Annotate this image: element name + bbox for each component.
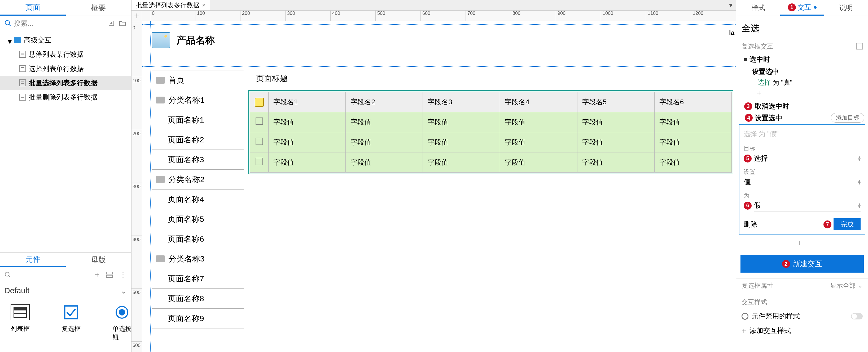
- table-cell[interactable]: 字段值: [577, 132, 654, 152]
- tree-page-item-selected[interactable]: 批量选择列表多行数据: [0, 76, 131, 90]
- ruler-horizontal[interactable]: 0100200300400500600700800900100011001200: [142, 10, 736, 21]
- toggle-switch[interactable]: [851, 313, 863, 319]
- nav-category[interactable]: 分类名称3: [152, 249, 244, 269]
- done-button[interactable]: 完成: [834, 218, 861, 230]
- image-placeholder-icon[interactable]: [152, 32, 170, 48]
- tree-page-item[interactable]: 批量删除列表多行数据: [0, 90, 131, 104]
- add-action-plus[interactable]: +: [736, 88, 868, 100]
- nav-page[interactable]: 页面名称9: [152, 308, 244, 328]
- element-name[interactable]: 全选: [736, 19, 868, 40]
- tab-widgets[interactable]: 元件: [0, 253, 66, 267]
- tab-interactions[interactable]: 1 交互: [780, 0, 824, 15]
- library-select[interactable]: Default ⌄: [0, 282, 131, 299]
- table-cell[interactable]: 字段值: [346, 132, 423, 152]
- table-header[interactable]: 字段名5: [577, 92, 654, 112]
- nav-page[interactable]: 页面名称4: [152, 189, 244, 209]
- table-cell[interactable]: 字段值: [423, 132, 500, 152]
- tab-notes[interactable]: 说明: [824, 0, 868, 15]
- table-cell[interactable]: 字段值: [269, 132, 346, 152]
- action-set-selected-2[interactable]: 设置选中: [755, 113, 782, 122]
- table-cell[interactable]: 字段值: [423, 152, 500, 173]
- table-header[interactable]: 字段名1: [269, 92, 346, 112]
- search-icon[interactable]: [4, 271, 11, 278]
- widget-radio[interactable]: 单选按钮: [113, 304, 131, 342]
- tree-page-item[interactable]: 悬停列表某行数据: [0, 47, 131, 61]
- table-header[interactable]: 字段名3: [423, 92, 500, 112]
- table-cell[interactable]: 字段值: [577, 112, 654, 132]
- row-checkbox-cell[interactable]: [250, 132, 269, 152]
- tab-pages[interactable]: 页面: [0, 0, 66, 15]
- widget-listbox[interactable]: 列表框: [10, 304, 30, 342]
- data-table[interactable]: 字段名1字段名2字段名3字段名4字段名5字段名6 字段值字段值字段值字段值字段值…: [250, 92, 732, 173]
- table-cell[interactable]: 字段值: [423, 112, 500, 132]
- nav-page[interactable]: 页面名称2: [152, 130, 244, 150]
- table-cell[interactable]: 字段值: [654, 152, 732, 173]
- action-description[interactable]: 选择 为 "真": [736, 77, 868, 88]
- table-cell[interactable]: 字段值: [654, 132, 732, 152]
- nav-category[interactable]: 分类名称2: [152, 169, 244, 189]
- nav-page[interactable]: 页面名称1: [152, 110, 244, 130]
- target-select[interactable]: 选择 ▴▾: [754, 152, 861, 164]
- table-cell[interactable]: 字段值: [346, 152, 423, 173]
- tab-masters[interactable]: 母版: [66, 253, 131, 267]
- page-search-input[interactable]: [14, 19, 105, 28]
- table-row[interactable]: 字段值字段值字段值字段值字段值字段值: [250, 152, 732, 173]
- expand-icon[interactable]: [856, 43, 863, 49]
- widget-checkbox[interactable]: 复选框: [62, 304, 81, 342]
- tab-summary[interactable]: 概要: [66, 0, 131, 15]
- show-all-link[interactable]: 显示全部 ⌄: [830, 281, 863, 290]
- nav-category[interactable]: 首页: [152, 70, 244, 90]
- trigger-on-unselect[interactable]: 3 取消选中时: [736, 100, 868, 113]
- row-checkbox-cell[interactable]: [250, 112, 269, 132]
- add-page-button[interactable]: [107, 19, 116, 28]
- product-title[interactable]: 产品名称: [177, 34, 215, 47]
- content-title[interactable]: 页面标题: [248, 70, 733, 90]
- table-header[interactable]: 字段名6: [654, 92, 732, 112]
- nav-page[interactable]: 页面名称8: [152, 288, 244, 309]
- checkbox-icon[interactable]: [255, 117, 263, 125]
- canvas[interactable]: la 产品名称 首页分类名称1页面名称1页面名称2页面名称3分类名称2页面名称4…: [142, 21, 736, 352]
- add-folder-button[interactable]: [118, 19, 127, 28]
- table-row[interactable]: 字段值字段值字段值字段值字段值字段值: [250, 132, 732, 152]
- close-icon[interactable]: ×: [202, 2, 206, 9]
- table-header[interactable]: 字段名4: [500, 92, 577, 112]
- checkbox-icon[interactable]: [255, 158, 263, 165]
- nav-page[interactable]: 页面名称7: [152, 269, 244, 289]
- table-cell[interactable]: 字段值: [577, 152, 654, 173]
- add-case-plus[interactable]: +: [736, 238, 868, 249]
- row-checkbox-cell[interactable]: [250, 152, 269, 173]
- nav-category[interactable]: 分类名称1: [152, 90, 244, 110]
- table-header-dynamic[interactable]: [250, 92, 269, 112]
- set-select[interactable]: 值 ▴▾: [744, 176, 861, 188]
- tabs-menu-button[interactable]: ▾: [725, 0, 736, 10]
- add-target-button[interactable]: 添加目标: [831, 113, 864, 122]
- add-style-row[interactable]: + 添加交互样式: [736, 323, 868, 338]
- tab-style[interactable]: 样式: [736, 0, 780, 15]
- table-header[interactable]: 字段名2: [346, 92, 423, 112]
- disabled-style-row[interactable]: 元件禁用的样式: [736, 309, 868, 323]
- checkbox-icon[interactable]: [255, 138, 263, 145]
- document-tab[interactable]: 批量选择列表多行数据 ×: [131, 0, 210, 10]
- table-cell[interactable]: 字段值: [346, 112, 423, 132]
- table-cell[interactable]: 字段值: [269, 112, 346, 132]
- ruler-corner[interactable]: [131, 10, 142, 21]
- tree-folder-root[interactable]: ▼ 高级交互: [0, 33, 131, 47]
- table-cell[interactable]: 字段值: [269, 152, 346, 173]
- to-select[interactable]: 假 ▴▾: [754, 200, 861, 211]
- delete-action-button[interactable]: 删除: [744, 220, 757, 229]
- table-cell[interactable]: 字段值: [500, 132, 577, 152]
- add-library-button[interactable]: +: [95, 270, 99, 279]
- tree-page-item[interactable]: 选择列表单行数据: [0, 61, 131, 76]
- action-set-selected[interactable]: 设置选中: [736, 66, 868, 77]
- table-cell[interactable]: 字段值: [500, 112, 577, 132]
- rows-icon[interactable]: [106, 272, 113, 278]
- nav-page[interactable]: 页面名称3: [152, 149, 244, 170]
- more-icon[interactable]: ⋮: [120, 271, 127, 279]
- ruler-vertical[interactable]: 0100200300400500600: [131, 21, 142, 352]
- table-cell[interactable]: 字段值: [654, 112, 732, 132]
- trigger-on-select[interactable]: 选中时: [736, 53, 868, 66]
- nav-page[interactable]: 页面名称6: [152, 229, 244, 249]
- table-row[interactable]: 字段值字段值字段值字段值字段值字段值: [250, 112, 732, 132]
- new-interaction-button[interactable]: 2 新建交互: [741, 255, 864, 273]
- table-cell[interactable]: 字段值: [500, 152, 577, 173]
